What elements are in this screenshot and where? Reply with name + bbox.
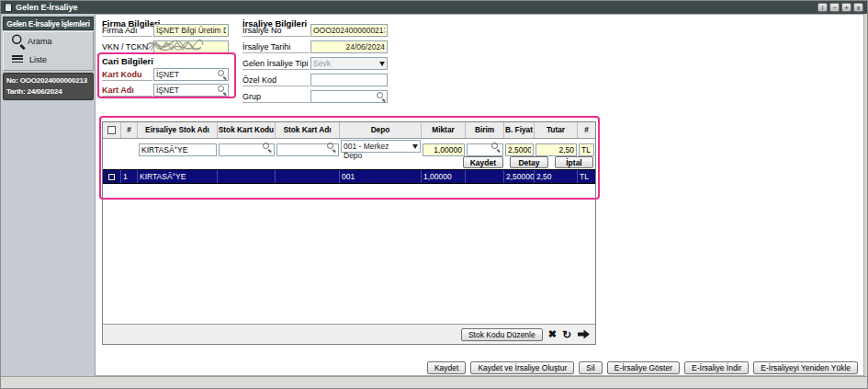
grid-header-tutar: Tutar: [535, 122, 578, 138]
grid-header-stok-adi: Eirsaliye Stok Adı: [138, 122, 218, 138]
chevron-down-icon: [412, 144, 418, 149]
document-icon: [5, 3, 12, 12]
info-button[interactable]: i: [817, 3, 828, 12]
lookup-icon-birim[interactable]: [491, 143, 501, 152]
edit-tutar-field[interactable]: [535, 143, 577, 156]
status-strip: [1, 376, 867, 388]
main-panel: Firma Bilgileri Firma Adı VKN / TCKN Car…: [96, 14, 864, 376]
footer-buttons: Kaydet Kaydet ve İrsaliye Oluştur Sil E-…: [427, 361, 858, 374]
row-kaydet-button[interactable]: Kaydet: [463, 156, 503, 168]
lookup-icon-stok-kart-adi[interactable]: [327, 143, 336, 152]
line-items-grid: # Eirsaliye Stok Adı Stok Kart Kodu Stok…: [102, 121, 596, 345]
row-tutar: 2,50: [535, 170, 578, 183]
edit-depo-select[interactable]: 001 - Merkez Depo: [341, 140, 421, 153]
grid-header-num: #: [121, 122, 138, 138]
kaydet-ve-irsaliye-olustur-button[interactable]: Kaydet ve İrsaliye Oluştur: [470, 361, 574, 374]
sil-button[interactable]: Sil: [579, 361, 602, 374]
lookup-icon-stok-kart-kodu[interactable]: [263, 143, 272, 152]
sidebar-item-label: Arama: [28, 37, 52, 46]
stok-kodu-duzenle-button[interactable]: Stok Kodu Düzenle: [461, 328, 543, 341]
label-irsaliye-tarihi: İrsaliye Tarihi: [242, 41, 310, 53]
grid-empty-area: [103, 184, 595, 324]
grid-header-select: [103, 122, 121, 138]
arrow-right-icon[interactable]: [577, 329, 591, 339]
lookup-icon-kart-adi[interactable]: [218, 86, 227, 95]
vkn-tckn-field[interactable]: [153, 40, 229, 53]
window-title: Gelen E-İrsaliye: [16, 3, 78, 12]
sidebar-menu: Arama Liste: [3, 31, 94, 71]
row-stok-kart-kodu: [218, 170, 276, 183]
ozel-kod-field[interactable]: [310, 74, 388, 86]
minimize-button[interactable]: −: [829, 3, 840, 12]
row-miktar: 1,00000: [422, 170, 466, 183]
row-stok-adi: KIRTASÄ°YE: [138, 170, 218, 183]
refresh-icon[interactable]: ↻: [562, 329, 571, 340]
sidebar-header: Gelen E-İrsaliye İşlemleri: [3, 17, 94, 30]
window-controls: i − + x: [817, 3, 863, 12]
label-ozel-kod: Özel Kod: [242, 74, 310, 86]
irsaliye-tarihi-field[interactable]: [310, 40, 388, 53]
grid-header-birim: Birim: [466, 122, 504, 138]
close-button[interactable]: x: [853, 3, 863, 12]
label-kart-kodu: Kart Kodu: [102, 69, 152, 81]
grid-header-depo: Depo: [340, 122, 422, 138]
grid-toolbar: Stok Kodu Düzenle ✖ ↻: [103, 324, 595, 344]
select-all-checkbox[interactable]: [107, 126, 116, 134]
label-grup: Grup: [242, 91, 310, 103]
app-window: Gelen E-İrsaliye i − + x Gelen E-İrsaliy…: [0, 0, 868, 389]
row-b-fiyat: 2,50000: [504, 170, 535, 183]
row-stok-kart-adi: [276, 170, 340, 183]
lookup-icon-kart-kodu[interactable]: [218, 70, 227, 79]
edit-b-fiyat-field[interactable]: [505, 143, 534, 156]
title-bar: Gelen E-İrsaliye i − + x: [1, 1, 867, 14]
e-irsaliyeyi-yeniden-yukle-button[interactable]: E-İrsaliyeyi Yeniden Yükle: [753, 361, 858, 374]
label-gelen-irsaliye-tipi: Gelen İrsaliye Tipi: [242, 58, 310, 70]
grid-header-stok-kart-kodu: Stok Kart Kodu: [218, 122, 276, 138]
grid-header-row: # Eirsaliye Stok Adı Stok Kart Kodu Stok…: [103, 122, 595, 139]
section-title-cari: Cari Bilgileri: [102, 56, 153, 66]
row-depo: 001: [340, 170, 422, 183]
edit-para-field[interactable]: [579, 143, 594, 156]
grid-header-b-fiyat: B. Fiyat: [504, 122, 535, 138]
search-icon: [12, 35, 26, 49]
grid-header-para: #: [578, 122, 595, 138]
label-vkn-tckn: VKN / TCKN: [102, 41, 152, 53]
gelen-irsaliye-tipi-value: Sevk: [313, 59, 331, 68]
e-irsaliye-goster-button[interactable]: E-İrsaliye Göster: [607, 361, 680, 374]
table-row[interactable]: 1 KIRTASÄ°YE 001 1,00000 2,50000 2,50 TL: [103, 169, 595, 184]
sidebar: Gelen E-İrsaliye İşlemleri Arama Liste N…: [1, 14, 96, 376]
delete-icon[interactable]: ✖: [548, 329, 557, 339]
gelen-irsaliye-tipi-select[interactable]: Sevk: [310, 57, 388, 70]
document-no: No: OOO2024000000213: [6, 75, 90, 86]
e-irsaliye-indir-button[interactable]: E-İrsaliye İndir: [684, 361, 749, 374]
sidebar-item-label: Liste: [29, 55, 47, 64]
sidebar-item-liste[interactable]: Liste: [4, 51, 93, 69]
edit-stok-adi-field[interactable]: [139, 143, 217, 156]
sidebar-item-arama[interactable]: Arama: [4, 32, 93, 51]
label-kart-adi: Kart Adı: [102, 85, 152, 97]
maximize-button[interactable]: +: [841, 3, 851, 12]
label-firma-adi: Firma Adı: [102, 25, 152, 37]
grid-edit-row: 001 - Merkez Depo: [103, 139, 595, 154]
edit-miktar-field[interactable]: [423, 143, 465, 156]
row-iptal-button[interactable]: İptal: [555, 156, 593, 168]
grid-header-miktar: Miktar: [422, 122, 466, 138]
irsaliye-no-field[interactable]: [310, 24, 388, 37]
row-num: 1: [121, 170, 138, 183]
row-birim: [466, 170, 504, 183]
document-date: Tarih: 24/06/2024: [6, 86, 90, 97]
firma-adi-field[interactable]: [153, 24, 229, 37]
label-irsaliye-no: İrsaliye No: [242, 25, 310, 37]
document-info-panel: No: OOO2024000000213 Tarih: 24/06/2024: [3, 73, 94, 100]
list-icon: [12, 55, 23, 64]
lookup-icon-grup[interactable]: [377, 92, 386, 101]
row-checkbox[interactable]: [107, 173, 116, 181]
grid-header-stok-kart-adi: Stok Kart Adı: [276, 122, 340, 138]
kaydet-button[interactable]: Kaydet: [427, 361, 466, 374]
chevron-down-icon: [379, 62, 385, 66]
row-para: TL: [578, 170, 595, 183]
row-detay-button[interactable]: Detay: [510, 156, 548, 168]
